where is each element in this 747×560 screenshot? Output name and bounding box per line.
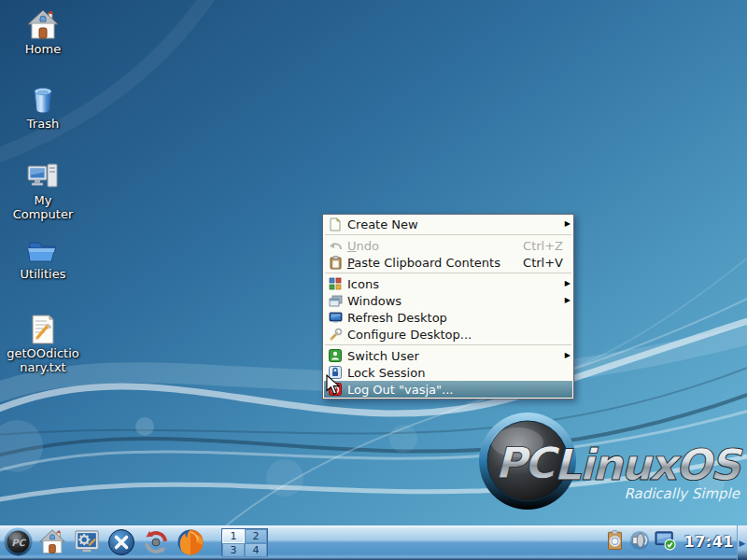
- system-tray: 17:41: [605, 526, 734, 557]
- desktop-icon-label: My Computer: [5, 193, 81, 221]
- paste-icon: [327, 255, 344, 270]
- desktop-icon-trash[interactable]: Trash: [2, 84, 84, 131]
- submenu-arrow-icon: ▶: [561, 347, 571, 364]
- desktop-icon-utilities[interactable]: Utilities: [2, 236, 84, 281]
- taskbar: PC: [0, 525, 747, 560]
- menu-item-create-new[interactable]: Create New ▶: [324, 216, 572, 232]
- menu-item-paste[interactable]: Paste Clipboard Contents Ctrl+V: [324, 254, 572, 271]
- submenu-arrow-icon: ▶: [561, 216, 571, 232]
- create-new-icon: [327, 217, 344, 231]
- menu-separator: [325, 273, 571, 273]
- panel-hide-arrow-icon: ▶: [740, 539, 746, 548]
- menu-item-switch-user[interactable]: Switch User ▶: [324, 347, 572, 364]
- configure-desktop-icon: [327, 327, 344, 342]
- icons-icon: [327, 276, 344, 291]
- synaptic-update-icon: [142, 528, 170, 556]
- pager-desktop-1[interactable]: 1: [222, 529, 245, 543]
- menu-item-windows[interactable]: Windows ▶: [324, 292, 572, 309]
- menu-item-configure-desktop[interactable]: Configure Desktop...: [324, 326, 572, 343]
- menu-item-lock-session[interactable]: Lock Session: [324, 364, 572, 381]
- logo-pc-text: PC: [495, 438, 560, 488]
- update-notifier-tray-icon[interactable]: [655, 530, 676, 554]
- pclinuxos-logo: PC LinuxOS Radically Simple: [458, 407, 743, 519]
- pager-desktop-2[interactable]: 2: [245, 529, 267, 543]
- trash-icon: [27, 84, 59, 116]
- undo-icon: [327, 238, 344, 253]
- system-tools-launcher[interactable]: [106, 527, 136, 557]
- desktop-icon-label: Home: [5, 42, 81, 56]
- desktop: Home Trash My Computer: [0, 0, 747, 560]
- desktop-context-menu: Create New ▶ Undo Ctrl+Z Paste Clipboard…: [322, 214, 574, 399]
- pclinuxos-start-icon: PC: [4, 527, 33, 556]
- submenu-arrow-icon: ▶: [561, 275, 571, 292]
- logo-tagline: Radically Simple: [624, 485, 740, 502]
- menu-item-undo[interactable]: Undo Ctrl+Z: [324, 237, 572, 254]
- home-icon: [26, 9, 60, 41]
- menu-item-log-out[interactable]: Log Out "vasja"...: [324, 381, 572, 398]
- desktop-icon-home[interactable]: Home: [2, 9, 84, 56]
- panel-hide-button[interactable]: ▶: [737, 525, 747, 560]
- home-launcher[interactable]: [37, 527, 67, 557]
- menu-item-refresh-desktop[interactable]: Refresh Desktop: [324, 309, 572, 326]
- taskbar-clock[interactable]: 17:41: [681, 533, 734, 551]
- volume-tray-icon[interactable]: [629, 529, 650, 555]
- clipboard-tray-icon[interactable]: [605, 529, 625, 555]
- svg-text:PC: PC: [11, 538, 26, 548]
- submenu-arrow-icon: ▶: [561, 292, 571, 309]
- taskbar-left: PC: [3, 526, 268, 557]
- refresh-desktop-icon: [327, 310, 344, 325]
- control-center-launcher[interactable]: [72, 527, 102, 557]
- menu-item-icons[interactable]: Icons ▶: [324, 275, 572, 292]
- logo-brand-text: LinuxOS: [554, 440, 743, 490]
- synaptic-launcher[interactable]: [141, 527, 171, 557]
- pager-desktop-4[interactable]: 4: [245, 543, 267, 557]
- tools-icon: [107, 528, 135, 556]
- firefox-icon: [176, 528, 204, 556]
- switch-user-icon: [327, 348, 344, 363]
- control-center-icon: [73, 528, 101, 556]
- desktop-icon-my-computer[interactable]: My Computer: [2, 161, 84, 221]
- menu-separator: [325, 234, 571, 235]
- desktop-icon-getoodictionary[interactable]: getOOdictionary.txt: [2, 314, 84, 374]
- menu-separator: [325, 344, 571, 345]
- home-icon: [38, 529, 66, 555]
- folder-icon: [26, 236, 60, 266]
- desktop-icon-label: getOOdictionary.txt: [5, 346, 81, 374]
- pager-desktop-3[interactable]: 3: [222, 543, 245, 557]
- desktop-pager: 1 2 3 4: [221, 528, 268, 556]
- mouse-cursor: [325, 374, 342, 397]
- firefox-launcher[interactable]: [176, 527, 205, 557]
- computer-icon: [26, 161, 60, 192]
- windows-icon: [327, 293, 344, 308]
- desktop-icon-label: Utilities: [5, 267, 81, 281]
- start-menu-button[interactable]: PC: [3, 527, 33, 557]
- desktop-icon-label: Trash: [5, 117, 81, 131]
- text-file-icon: [28, 314, 58, 345]
